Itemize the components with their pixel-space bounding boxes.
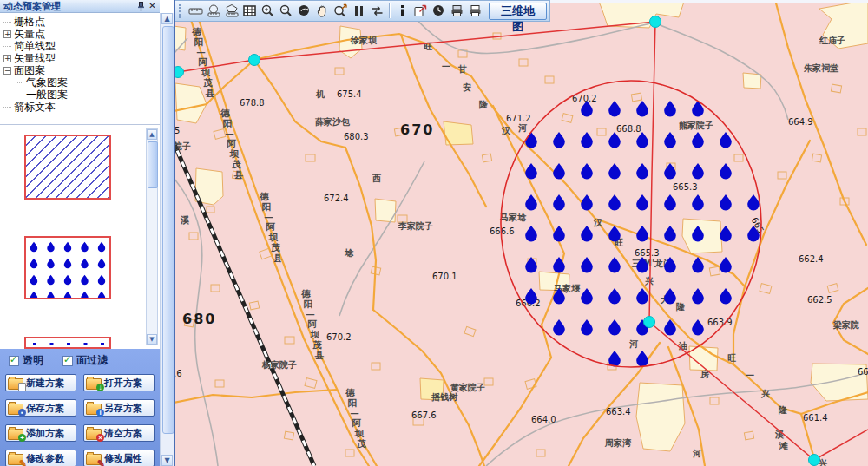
- road-name-label: 茂: [357, 438, 366, 449]
- map-3d-button[interactable]: 三维地图: [489, 3, 547, 20]
- scroll-down-icon[interactable]: ▼: [161, 455, 173, 466]
- tree-connector: [3, 46, 11, 47]
- tree-item-面图案[interactable]: −面图案: [0, 64, 160, 76]
- hatch-pattern[interactable]: [24, 135, 111, 200]
- expand-icon[interactable]: +: [3, 30, 11, 38]
- map-toolbar: 三维地图: [175, 0, 550, 22]
- pattern-preview-list: ▲ ▼: [0, 126, 160, 349]
- place-label: 李家院子: [398, 221, 433, 231]
- road-name-label: 县: [206, 88, 215, 98]
- folder-save-button[interactable]: ▪保存方案: [5, 399, 76, 417]
- refresh-icon[interactable]: [368, 2, 386, 20]
- place-label: 一: [746, 371, 754, 380]
- folder-add-button[interactable]: +添加方案: [5, 424, 76, 442]
- grid-icon[interactable]: [240, 2, 259, 20]
- place-label: 滩: [779, 441, 788, 450]
- print-icon[interactable]: [466, 2, 484, 20]
- scroll-down-icon[interactable]: ▼: [147, 334, 157, 345]
- measure-polygon-icon[interactable]: [223, 2, 241, 20]
- road-name-label: 德: [220, 108, 230, 118]
- elevation-label: 5: [175, 126, 180, 135]
- scroll-up-icon[interactable]: ▲: [161, 13, 173, 24]
- drops-pattern[interactable]: [24, 236, 111, 299]
- elevation-label: 671.2: [506, 114, 531, 123]
- scroll-up-icon[interactable]: ▲: [147, 129, 157, 140]
- full-extent-icon[interactable]: [295, 2, 313, 20]
- measure-distance-icon[interactable]: [187, 2, 205, 20]
- sidebar-scrollbar[interactable]: ▲ ▼: [160, 13, 174, 466]
- road-name-label: 县: [234, 169, 244, 180]
- tree-connector: [3, 107, 11, 108]
- folder-open-button[interactable]: ↓打开方案: [83, 374, 155, 391]
- panel-titlebar: 动态预案管理 ✕: [0, 0, 160, 13]
- identify-icon[interactable]: [393, 2, 411, 20]
- elevation-label: 66: [858, 367, 868, 377]
- vertex-handle[interactable]: [249, 55, 260, 66]
- close-icon[interactable]: ✕: [147, 1, 158, 11]
- edit-params-icon: ✎: [8, 454, 23, 465]
- checkbox-icon[interactable]: [9, 356, 19, 366]
- clock-icon[interactable]: [430, 2, 448, 20]
- place-label: 兴: [644, 276, 654, 286]
- checkbox-面过滤[interactable]: 面过滤: [62, 353, 108, 368]
- place-label: 河: [693, 449, 702, 458]
- elevation-label: 666.6: [490, 226, 515, 236]
- elevation-label: 672.4: [324, 194, 349, 203]
- partial-pattern[interactable]: [24, 337, 111, 349]
- elevation-label: 662.4: [799, 254, 824, 264]
- vertex-handle[interactable]: [809, 455, 820, 466]
- badge-icon: [18, 383, 26, 391]
- road-name-label: 阿: [266, 221, 276, 232]
- pattern-scrollbar[interactable]: ▲ ▼: [146, 128, 158, 345]
- tree-item-箭标文本[interactable]: 箭标文本: [0, 101, 160, 113]
- elevation-label: 664.0: [531, 415, 556, 424]
- tree-item-气象图案[interactable]: 气象图案: [0, 76, 160, 89]
- place-label: 马家埝: [500, 213, 527, 222]
- export-icon[interactable]: [411, 2, 430, 20]
- pattern-scrollbar-thumb[interactable]: [148, 141, 158, 188]
- checkbox-透明[interactable]: 透明: [9, 353, 43, 368]
- folder-add-icon: +: [8, 429, 23, 440]
- road-name-label: 阳: [304, 299, 313, 309]
- sidebar-scrollbar-thumb[interactable]: [162, 26, 174, 434]
- zoom-out-icon[interactable]: [277, 2, 295, 20]
- elevation-label: 680: [182, 311, 216, 327]
- checkbox-icon[interactable]: [62, 356, 73, 366]
- place-label: 隆: [676, 302, 685, 312]
- panel-title: 动态预案管理: [3, 0, 135, 13]
- place-label: 红庙子: [819, 36, 845, 45]
- map-viewport[interactable]: 徐家坝红庙子朱家祠堂薛家沙包熊家院子李家院子马家埝马家堰杨家院子黄家院子摇钱树周…: [174, 0, 868, 466]
- zoom-in-icon[interactable]: [259, 2, 277, 20]
- pin-icon[interactable]: [135, 1, 147, 11]
- measure-area-icon[interactable]: [205, 2, 223, 20]
- toolbar-grip[interactable]: [179, 4, 183, 18]
- pencil-icon: ✎: [97, 459, 105, 466]
- zoom-select-icon[interactable]: [332, 2, 350, 20]
- place-label: 黄家院子: [450, 383, 485, 392]
- print-preview-icon[interactable]: [448, 2, 466, 20]
- road-name-label: 阿: [199, 56, 208, 67]
- elevation-label: 680.3: [344, 132, 369, 141]
- folder-clear-button[interactable]: ×清空方案: [83, 424, 155, 442]
- badge-icon: ▪: [18, 409, 26, 417]
- edit-params-button[interactable]: ✎修改参数: [5, 450, 76, 466]
- button-label: 打开方案: [104, 377, 142, 390]
- toolbar-separator: [389, 3, 390, 18]
- place-label: 梁家院: [832, 320, 859, 330]
- place-label: 杨家院子: [261, 360, 297, 370]
- button-label: 修改属性: [104, 452, 142, 465]
- expand-icon[interactable]: +: [3, 55, 11, 62]
- map-canvas[interactable]: 徐家坝红庙子朱家祠堂薛家沙包熊家院子李家院子马家埝马家堰杨家院子黄家院子摇钱树周…: [175, 0, 868, 466]
- collapse-icon[interactable]: −: [3, 67, 11, 75]
- tree-connector: [3, 22, 11, 23]
- folder-new-button[interactable]: 新建方案: [5, 374, 76, 391]
- vertex-handle[interactable]: [644, 317, 655, 328]
- road-name-label: 茂: [232, 159, 241, 169]
- vertex-handle[interactable]: [175, 67, 184, 78]
- pause-icon[interactable]: [350, 2, 368, 20]
- elevation-label: 678.8: [240, 98, 265, 108]
- vertex-handle[interactable]: [650, 16, 661, 28]
- pan-icon[interactable]: [313, 2, 332, 20]
- edit-props-button[interactable]: ✎修改属性: [83, 450, 155, 466]
- folder-info-button[interactable]: i另存方案: [83, 399, 155, 417]
